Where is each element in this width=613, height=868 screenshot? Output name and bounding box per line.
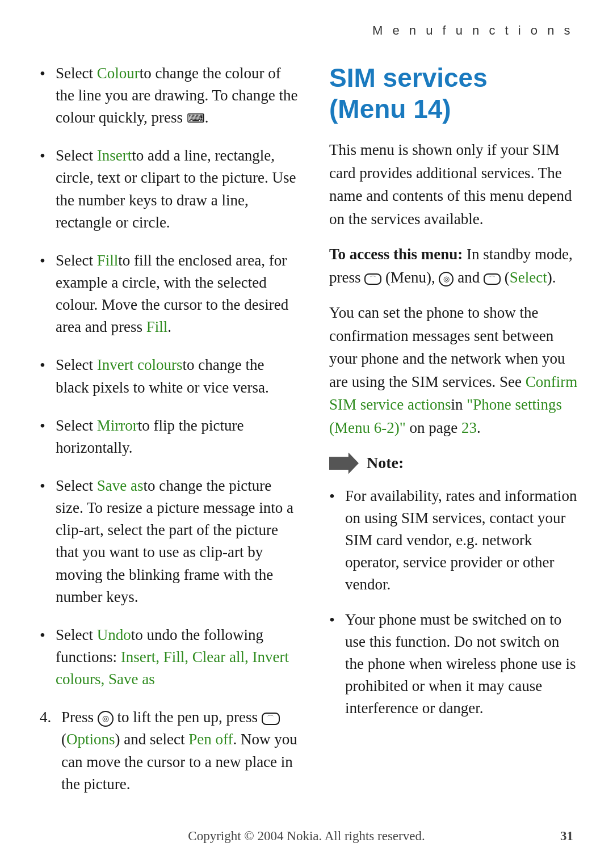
menu-phone-icon: ⌒ xyxy=(364,273,381,285)
numbered-item-4: 4. Press ◎ to lift the pen up, press ⌒ (… xyxy=(40,706,301,795)
sim-intro-text: This menu is shown only if your SIM card… xyxy=(329,138,579,230)
page-23-link: 23 xyxy=(461,419,477,436)
saveas-link: Save as xyxy=(97,477,144,494)
list-item: • Select Insertto add a line, rectangle,… xyxy=(40,145,301,234)
sim-description: You can set the phone to show the confir… xyxy=(329,301,579,439)
undo-link: Undo xyxy=(97,626,131,643)
list-item: • Select Undoto undo the following funct… xyxy=(40,624,301,690)
item-number: 4. xyxy=(40,706,57,728)
select-link: Select xyxy=(510,269,547,286)
fill-link: Fill xyxy=(97,252,119,269)
fill-link2: Fill xyxy=(146,318,168,335)
pen-off-link: Pen off xyxy=(188,731,233,748)
page-footer: Copyright © 2004 Nokia. All rights reser… xyxy=(0,827,613,845)
title-text: SIM services xyxy=(329,63,488,92)
insert-link: Insert xyxy=(97,147,132,164)
list-item: • Select Invert coloursto change the bla… xyxy=(40,354,301,398)
invert-link: Invert colours xyxy=(97,356,183,373)
sim-services-title: SIM services (Menu 14) xyxy=(329,62,579,125)
bullet-dot: • xyxy=(40,357,50,373)
bullet-text: Select Fillto fill the enclosed area, fo… xyxy=(56,250,301,339)
list-item: • Select Mirrorto flip the picture horiz… xyxy=(40,415,301,459)
list-item: • For availability, rates and informatio… xyxy=(329,485,579,596)
copyright-text: Copyright © 2004 Nokia. All rights reser… xyxy=(188,827,425,845)
key-icon: ⌨ xyxy=(187,111,205,125)
left-column: • Select Colourto change the colour of t… xyxy=(40,62,301,795)
bullet-dot: • xyxy=(40,66,50,82)
colour-link: Colour xyxy=(97,65,140,82)
bullet-dot: • xyxy=(40,478,50,494)
mirror-link: Mirror xyxy=(97,417,138,434)
bullet-dot: • xyxy=(40,148,50,164)
bullet-dot: • xyxy=(329,488,339,504)
bullet-list: • Select Colourto change the colour of t… xyxy=(40,62,301,690)
list-item: • Your phone must be switched on to use … xyxy=(329,609,579,720)
page-number: 31 xyxy=(560,827,573,845)
nav-icon-access: ◎ xyxy=(439,272,454,286)
page-content: • Select Colourto change the colour of t… xyxy=(0,40,613,829)
bullet-text: Select Insertto add a line, rectangle, c… xyxy=(56,145,301,234)
list-item: • Select Save asto change the picture si… xyxy=(40,475,301,608)
nav-circle-icon: ◎ xyxy=(98,711,114,727)
page-header: M e n u f u n c t i o n s xyxy=(0,0,613,40)
bullet-text: Select Save asto change the picture size… xyxy=(56,475,301,608)
undo-functions-link: Insert, Fill, Clear all, Invert colours,… xyxy=(56,648,289,688)
bullet-text: Select Invert coloursto change the black… xyxy=(56,354,301,398)
header-text: M e n u f u n c t i o n s xyxy=(372,23,573,37)
note-bullet-2: Your phone must be switched on to use th… xyxy=(345,609,579,720)
note-arrow-icon xyxy=(329,453,359,474)
right-column: SIM services (Menu 14) This menu is show… xyxy=(329,62,579,795)
bullet-dot: • xyxy=(329,612,339,628)
note-bullets: • For availability, rates and informatio… xyxy=(329,485,579,719)
list-item: • Select Colourto change the colour of t… xyxy=(40,62,301,129)
bullet-dot: • xyxy=(40,627,50,643)
bullet-dot: • xyxy=(40,418,50,434)
note-label: Note: xyxy=(367,452,404,475)
options-link: Options xyxy=(66,731,115,748)
subtitle-text: (Menu 14) xyxy=(329,94,451,124)
bullet-dot: • xyxy=(40,253,50,269)
list-item: • Select Fillto fill the enclosed area, … xyxy=(40,250,301,339)
note-header: Note: xyxy=(329,452,579,475)
access-label: To access this menu: xyxy=(329,246,463,263)
numbered-text: Press ◎ to lift the pen up, press ⌒ (Opt… xyxy=(61,706,301,795)
access-menu-text: To access this menu: In standby mode, pr… xyxy=(329,243,579,289)
note-bullet-1: For availability, rates and information … xyxy=(345,485,579,596)
bullet-text: Select Colourto change the colour of the… xyxy=(56,62,301,129)
bullet-text: Select Undoto undo the following functio… xyxy=(56,624,301,690)
soft-key-icon: ⌒ xyxy=(262,713,280,725)
bullet-text: Select Mirrorto flip the picture horizon… xyxy=(56,415,301,459)
select-phone-icon: ⌒ xyxy=(484,273,501,285)
